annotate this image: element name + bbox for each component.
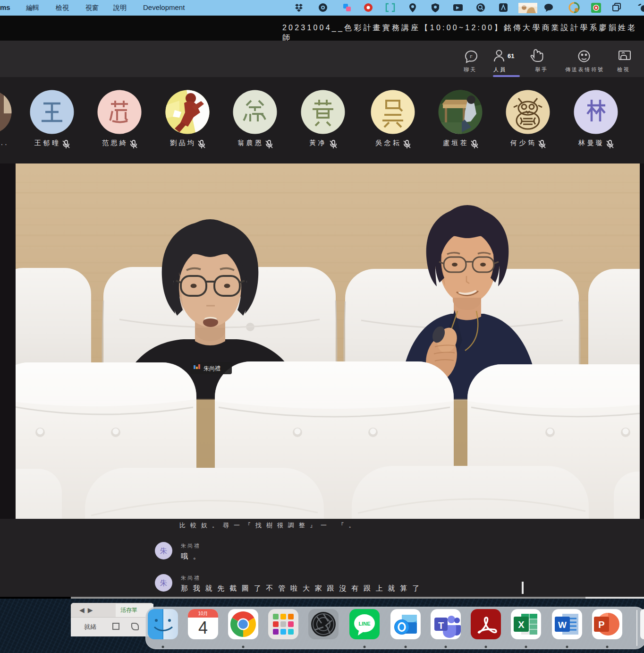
svg-text:10月: 10月 bbox=[198, 611, 208, 616]
svg-text:W: W bbox=[558, 620, 567, 630]
svg-text:T: T bbox=[438, 620, 444, 631]
svg-text:朱尚禮: 朱尚禮 bbox=[203, 365, 220, 372]
svg-text:4: 4 bbox=[198, 618, 208, 637]
svg-text:LINE: LINE bbox=[358, 621, 370, 627]
svg-text:F: F bbox=[470, 54, 473, 59]
svg-text:X: X bbox=[518, 619, 525, 630]
svg-text:P: P bbox=[598, 619, 604, 630]
svg-text:61: 61 bbox=[508, 52, 514, 60]
